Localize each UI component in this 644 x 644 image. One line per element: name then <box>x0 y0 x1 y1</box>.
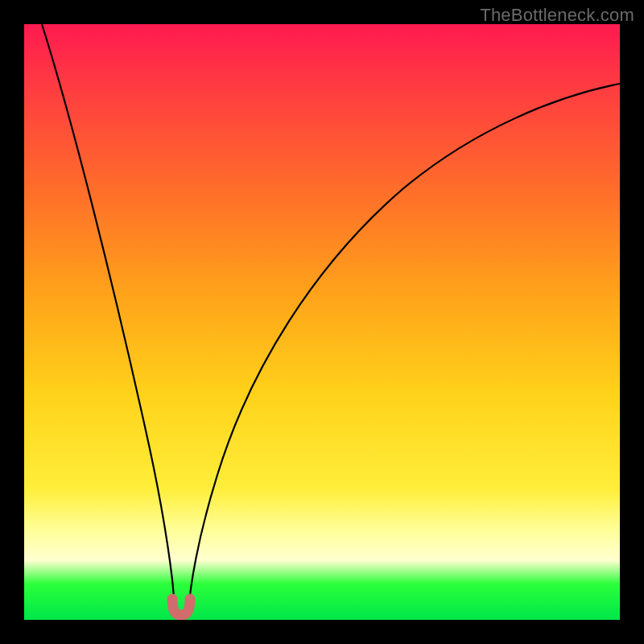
left-curve <box>42 24 175 612</box>
curves-layer <box>24 24 620 620</box>
watermark-text: TheBottleneck.com <box>480 5 634 26</box>
joint-marker <box>172 599 190 615</box>
chart-frame: TheBottleneck.com <box>0 0 644 644</box>
plot-area <box>24 24 620 620</box>
right-curve <box>188 84 620 612</box>
